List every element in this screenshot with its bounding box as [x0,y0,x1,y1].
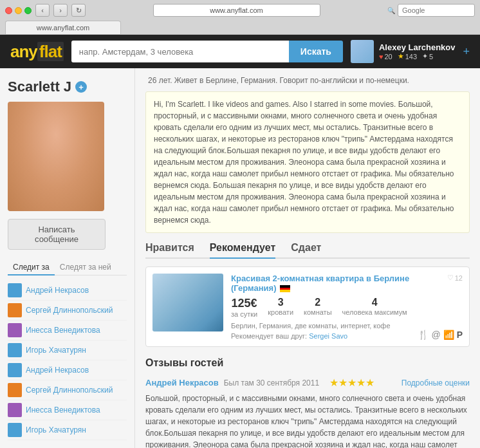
tab-bar: www.anyflat.com [5,21,475,34]
plus-icon: ✦ [422,52,428,61]
detailed-scores-link[interactable]: Подробные оценки [402,378,470,387]
follower-avatar [8,323,22,337]
wifi-icon: 📶 [443,330,454,340]
main-content: Scarlett J + Написать сообщение Следит з… [0,68,480,448]
listing-photo [152,274,223,331]
profile-tabs: Нравится Рекомендует Сдает [145,242,470,259]
follower-avatar [8,383,22,397]
browser-search-bar: 🔍 [387,4,475,17]
logo[interactable]: anyflat [10,42,64,62]
refresh-button[interactable]: ↻ [71,4,86,17]
follow-section: Следит за Следят за ней Андрей Некрасов … [8,260,127,440]
tab-recommends[interactable]: Рекомендует [210,242,276,259]
search-container: Искать [71,41,343,62]
review-item: Андрей Некрасов Был там 30 сентября 2011… [145,377,470,448]
list-item[interactable]: Инесса Венедиктова [8,400,127,420]
follower-name: Игорь Хачатурян [26,425,86,434]
user-stats: ♥ 20 ★ 143 ✦ 5 [379,52,456,61]
right-content: 26 лет. Живет в Берлине, Германия. Говор… [135,68,480,448]
list-item[interactable]: Инесса Венедиктова [8,321,127,341]
reviewer-name[interactable]: Андрей Некрасов [145,378,219,387]
app-header: anyflat Искать Alexey Larchenkov ♥ 20 ★ … [0,35,480,68]
star-icon: ★ [398,52,404,61]
heart-count: ♡ 12 [447,274,463,282]
beds-count: 3 [268,297,293,308]
browser-search-input[interactable] [398,4,475,17]
capacity-item: 4 человека максимум [342,297,407,316]
beds-item: 3 кровати [268,297,293,316]
follower-name: Сергей Длиннопольский [26,306,113,315]
follower-avatar [8,403,22,417]
address-bar: www.anyflat.com [89,4,383,17]
heart-stat: ♥ 20 [379,52,392,61]
main-search-input[interactable] [71,41,289,62]
reviews-section: Отзывы гостей Андрей Некрасов Был там 30… [145,357,470,448]
search-button[interactable]: Искать [289,41,343,62]
profile-section: Scarlett J + Написать сообщение [8,79,127,250]
reviews-title: Отзывы гостей [145,357,470,369]
add-profile-button[interactable]: + [75,81,87,93]
follower-avatar [8,343,22,357]
review-date: Был там 30 сентября 2011 [224,378,319,387]
search-icon: 🔍 [387,7,395,14]
sidebar: Scarlett J + Написать сообщение Следит з… [0,68,135,448]
browser-tab[interactable]: www.anyflat.com [5,21,121,34]
message-button[interactable]: Написать сообщение [8,219,106,250]
avatar [351,40,374,63]
capacity-label: человека максимум [342,308,407,316]
beds-label: кровати [268,308,293,316]
followers-tab[interactable]: Следят за ней [55,260,116,275]
profile-photo [8,102,104,211]
minimize-button[interactable] [15,7,22,14]
browser-chrome: ‹ › ↻ www.anyflat.com 🔍 www.anyflat.com [0,0,480,35]
flag-germany [280,285,290,292]
follower-name: Сергей Длиннопольский [26,386,113,395]
list-item[interactable]: Игорь Хачатурян [8,420,127,440]
listing-title[interactable]: Красивая 2-комнатная квартира в Берлине … [231,274,410,293]
listing-meta: Берлин, Германия, две комнаты, интернет,… [231,322,410,330]
recommended-by: Рекомендует ваш друг: Sergei Savo [231,332,410,340]
heart-icon: ♥ [379,53,383,61]
following-tab[interactable]: Следит за [8,260,55,275]
follower-name: Инесса Венедиктова [26,406,100,415]
review-header: Андрей Некрасов Был там 30 сентября 2011… [145,377,470,389]
profile-name: Scarlett J + [8,79,127,95]
user-name: Alexey Larchenkov [379,42,456,52]
recommender-link[interactable]: Sergei Savo [309,332,347,340]
list-item[interactable]: Андрей Некрасов [8,281,127,301]
price-label: за сутки [231,310,257,318]
profile-photo-image [8,102,104,211]
listing-details: Красивая 2-комнатная квартира в Берлине … [231,274,410,340]
review-text: Большой, просторный, и с массивными окна… [145,393,470,448]
rooms-item: 2 комнаты [304,297,332,316]
star-stat: ★ 143 [398,52,417,61]
price-value: 125€ [231,297,257,310]
list-item[interactable]: Сергей Длиннопольский [8,301,127,321]
rooms-count: 2 [304,297,332,308]
avatar-image [351,40,374,63]
profile-info-bar: 26 лет. Живет в Берлине, Германия. Говор… [145,76,470,85]
follow-tabs: Следит за Следят за ней [8,260,127,275]
user-area: Alexey Larchenkov ♥ 20 ★ 143 ✦ 5 + [351,40,470,63]
follower-avatar [8,303,22,317]
close-button[interactable] [5,7,12,14]
tab-rents[interactable]: Сдает [291,242,321,257]
forward-button[interactable]: › [53,4,68,17]
back-button[interactable]: ‹ [35,4,50,17]
maximize-button[interactable] [24,7,32,14]
add-button[interactable]: + [463,45,470,59]
rooms-label: комнаты [304,308,332,316]
following-list: Андрей Некрасов Сергей Длиннопольский Ин… [8,281,127,440]
traffic-lights [5,7,32,14]
follower-avatar [8,363,22,377]
list-item[interactable]: Игорь Хачатурян [8,341,127,360]
parking-icon: P [457,330,463,340]
tab-likes[interactable]: Нравится [145,242,194,257]
list-item[interactable]: Сергей Длиннопольский [8,380,127,400]
url-input[interactable]: www.anyflat.com [153,4,320,17]
listing-icons: ♡ 12 🍴 @ 📶 P [418,274,463,340]
review-stars: ★★★★★ [329,377,374,389]
list-item[interactable]: Андрей Некрасов [8,360,127,380]
follower-avatar [8,283,22,297]
plus-stat: ✦ 5 [422,52,433,61]
